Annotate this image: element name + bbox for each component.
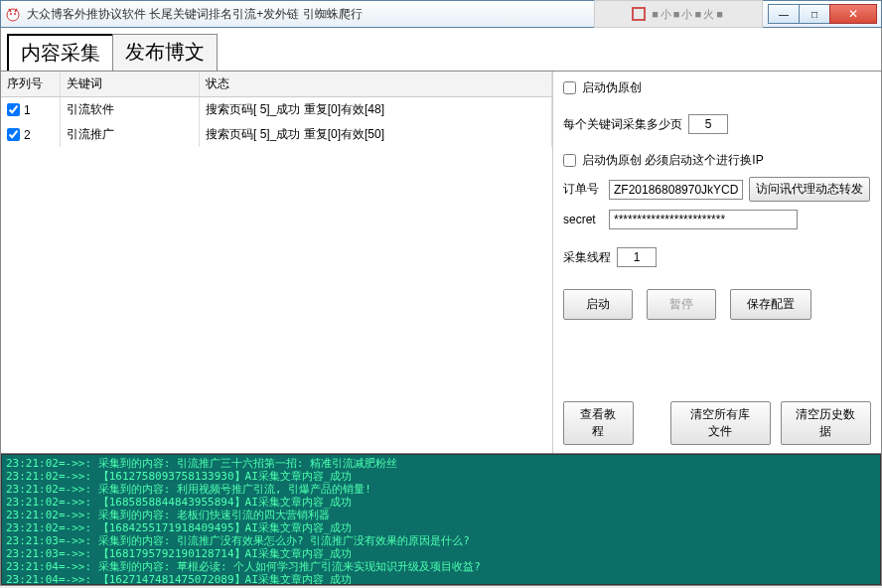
start-button[interactable]: 启动 xyxy=(563,289,633,320)
svg-point-0 xyxy=(7,9,19,21)
tab-collect[interactable]: 内容采集 xyxy=(7,34,114,71)
log-line: 23:21:03=->>: 【1681795792190128714】AI采集文… xyxy=(6,547,876,560)
window-titlebar: 大众博客外推协议软件 长尾关键词排名引流+发外链 引蜘蛛爬行 ■小■小■火■ —… xyxy=(0,0,882,28)
log-line: 23:21:03=->>: 采集到的内容: 引流推广没有效果怎么办? 引流推广没… xyxy=(6,534,876,547)
minimize-button[interactable]: — xyxy=(768,4,800,24)
cell-keyword: 引流推广 xyxy=(61,122,200,147)
table-row[interactable]: 1引流软件搜索页码[ 5]_成功 重复[0]有效[48] xyxy=(1,97,552,122)
label-secret: secret xyxy=(563,213,603,226)
maximize-button[interactable]: □ xyxy=(799,4,830,24)
cell-status: 搜索页码[ 5]_成功 重复[0]有效[48] xyxy=(200,97,552,122)
log-line: 23:21:02=->>: 【1685858844843955894】AI采集文… xyxy=(6,496,876,509)
input-secret[interactable] xyxy=(609,210,798,229)
row-checkbox[interactable] xyxy=(7,128,20,141)
cell-seq: 2 xyxy=(24,128,31,142)
tutorial-button[interactable]: 查看教程 xyxy=(563,401,634,445)
log-line: 23:21:02=->>: 采集到的内容: 利用视频号推广引流, 引爆产品的销量… xyxy=(6,483,876,496)
input-pages[interactable] xyxy=(688,114,728,134)
cell-status: 搜索页码[ 5]_成功 重复[0]有效[50] xyxy=(200,122,552,147)
proxy-button[interactable]: 访问讯代理动态转发 xyxy=(749,177,870,202)
log-line: 23:21:02=->>: 【1684255171918409495】AI采集文… xyxy=(6,521,876,534)
label-threads: 采集线程 xyxy=(563,249,611,266)
clear-history-button[interactable]: 清空历史数据 xyxy=(781,401,871,445)
label-fake-original-1: 启动伪原创 xyxy=(582,79,642,96)
label-fake-original-2: 启动伪原创 必须启动这个进行换IP xyxy=(582,152,764,169)
close-button[interactable]: ✕ xyxy=(829,4,877,24)
checkbox-fake-original-1[interactable] xyxy=(563,81,576,94)
save-config-button[interactable]: 保存配置 xyxy=(730,289,811,320)
clear-lib-button[interactable]: 清空所有库文件 xyxy=(670,401,771,445)
label-order: 订单号 xyxy=(563,181,603,198)
col-header-status[interactable]: 状态 xyxy=(200,72,552,96)
cell-keyword: 引流软件 xyxy=(61,97,200,122)
settings-panel: 启动伪原创 每个关键词采集多少页 启动伪原创 必须启动这个进行换IP 订单号 访… xyxy=(553,72,881,453)
tab-publish[interactable]: 发布博文 xyxy=(112,34,218,71)
label-pages: 每个关键词采集多少页 xyxy=(563,116,682,133)
tab-bar: 内容采集 发布博文 xyxy=(1,28,881,72)
col-header-keyword[interactable]: 关键词 xyxy=(61,72,200,96)
input-order[interactable] xyxy=(609,180,743,200)
window-title: 大众博客外推协议软件 长尾关键词排名引流+发外链 引蜘蛛爬行 xyxy=(27,6,594,23)
keyword-grid: 序列号 关键词 状态 1引流软件搜索页码[ 5]_成功 重复[0]有效[48] … xyxy=(1,72,553,453)
cell-seq: 1 xyxy=(24,103,31,117)
log-console: 23:21:02=->>: 采集到的内容: 引流推广三十六招第一招: 精准引流减… xyxy=(1,454,881,585)
svg-point-2 xyxy=(14,13,16,15)
input-threads[interactable] xyxy=(617,247,657,267)
svg-point-1 xyxy=(10,13,12,15)
pause-button[interactable]: 暂停 xyxy=(647,289,716,320)
blurred-overlay: ■小■小■火■ xyxy=(594,0,763,28)
app-icon xyxy=(5,6,21,22)
log-line: 23:21:02=->>: 采集到的内容: 引流推广三十六招第一招: 精准引流减… xyxy=(6,457,876,470)
col-header-seq[interactable]: 序列号 xyxy=(1,72,61,96)
log-line: 23:21:02=->>: 采集到的内容: 老板们快速引流的四大营销利器 xyxy=(6,509,876,521)
checkbox-fake-original-2[interactable] xyxy=(563,154,576,167)
log-line: 23:21:04=->>: 【1627147481475072089】AI采集文… xyxy=(6,573,876,585)
table-row[interactable]: 2引流推广搜索页码[ 5]_成功 重复[0]有效[50] xyxy=(1,122,552,147)
row-checkbox[interactable] xyxy=(7,103,20,116)
log-line: 23:21:04=->>: 采集到的内容: 草根必读: 个人如何学习推广引流来实… xyxy=(6,560,876,573)
log-line: 23:21:02=->>: 【1612758093758133930】AI采集文… xyxy=(6,470,876,483)
